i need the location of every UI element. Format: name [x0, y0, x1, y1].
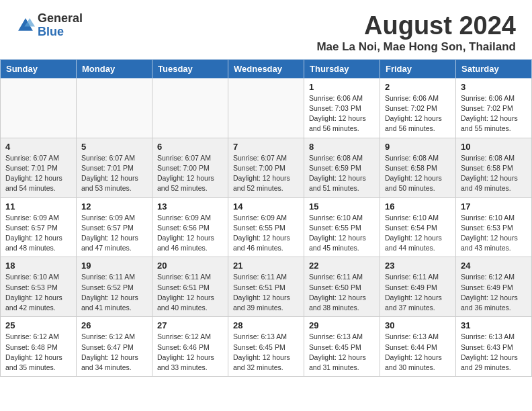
calendar-cell: 17Sunrise: 6:10 AM Sunset: 6:53 PM Dayli…: [456, 197, 532, 257]
title-block: August 2024 Mae La Noi, Mae Hong Son, Th…: [316, 12, 516, 54]
day-info: Sunrise: 6:08 AM Sunset: 6:58 PM Dayligh…: [461, 153, 527, 194]
calendar-week-1: 1Sunrise: 6:06 AM Sunset: 7:03 PM Daylig…: [1, 78, 532, 138]
weekday-header-wednesday: Wednesday: [228, 59, 304, 78]
day-info: Sunrise: 6:09 AM Sunset: 6:56 PM Dayligh…: [157, 213, 223, 254]
calendar-cell: 29Sunrise: 6:13 AM Sunset: 6:45 PM Dayli…: [304, 317, 380, 377]
calendar-table: SundayMondayTuesdayWednesdayThursdayFrid…: [0, 59, 532, 377]
day-number: 25: [5, 320, 71, 330]
day-info: Sunrise: 6:13 AM Sunset: 6:43 PM Dayligh…: [461, 332, 527, 373]
weekday-header-tuesday: Tuesday: [152, 59, 228, 78]
calendar-cell: 31Sunrise: 6:13 AM Sunset: 6:43 PM Dayli…: [456, 317, 532, 377]
day-info: Sunrise: 6:11 AM Sunset: 6:51 PM Dayligh…: [233, 272, 299, 313]
main-title: August 2024: [316, 12, 516, 40]
calendar-week-3: 11Sunrise: 6:09 AM Sunset: 6:57 PM Dayli…: [1, 197, 532, 257]
calendar-cell: 19Sunrise: 6:11 AM Sunset: 6:52 PM Dayli…: [77, 257, 152, 317]
calendar-cell: 9Sunrise: 6:08 AM Sunset: 6:58 PM Daylig…: [380, 138, 456, 197]
day-number: 17: [461, 201, 527, 212]
calendar-cell: 6Sunrise: 6:07 AM Sunset: 7:00 PM Daylig…: [152, 138, 228, 197]
day-info: Sunrise: 6:09 AM Sunset: 6:55 PM Dayligh…: [233, 213, 299, 254]
calendar-cell: 23Sunrise: 6:11 AM Sunset: 6:49 PM Dayli…: [380, 257, 456, 317]
weekday-header-thursday: Thursday: [304, 59, 380, 78]
calendar-cell: 24Sunrise: 6:12 AM Sunset: 6:49 PM Dayli…: [456, 257, 532, 317]
calendar-cell: [228, 78, 304, 138]
subtitle: Mae La Noi, Mae Hong Son, Thailand: [316, 40, 516, 54]
day-info: Sunrise: 6:13 AM Sunset: 6:45 PM Dayligh…: [309, 332, 375, 373]
day-info: Sunrise: 6:07 AM Sunset: 7:00 PM Dayligh…: [157, 153, 223, 194]
day-number: 15: [309, 201, 375, 212]
day-number: 16: [385, 201, 451, 212]
calendar-cell: 16Sunrise: 6:10 AM Sunset: 6:54 PM Dayli…: [380, 197, 456, 257]
calendar-cell: [1, 78, 77, 138]
day-number: 18: [5, 261, 71, 271]
day-number: 5: [81, 142, 147, 152]
calendar-cell: 11Sunrise: 6:09 AM Sunset: 6:57 PM Dayli…: [1, 197, 77, 257]
weekday-row: SundayMondayTuesdayWednesdayThursdayFrid…: [1, 59, 532, 78]
day-info: Sunrise: 6:11 AM Sunset: 6:49 PM Dayligh…: [385, 272, 451, 313]
calendar-cell: 22Sunrise: 6:11 AM Sunset: 6:50 PM Dayli…: [304, 257, 380, 317]
day-number: 11: [5, 201, 71, 212]
calendar-cell: 8Sunrise: 6:08 AM Sunset: 6:59 PM Daylig…: [304, 138, 380, 197]
day-number: 22: [309, 261, 375, 271]
day-info: Sunrise: 6:06 AM Sunset: 7:03 PM Dayligh…: [309, 93, 375, 134]
day-number: 14: [233, 201, 299, 212]
calendar-cell: 18Sunrise: 6:10 AM Sunset: 6:53 PM Dayli…: [1, 257, 77, 317]
calendar-cell: 10Sunrise: 6:08 AM Sunset: 6:58 PM Dayli…: [456, 138, 532, 197]
day-number: 7: [233, 142, 299, 152]
calendar-cell: 12Sunrise: 6:09 AM Sunset: 6:57 PM Dayli…: [77, 197, 152, 257]
day-info: Sunrise: 6:10 AM Sunset: 6:53 PM Dayligh…: [5, 272, 71, 313]
day-number: 27: [157, 320, 223, 330]
day-info: Sunrise: 6:08 AM Sunset: 6:59 PM Dayligh…: [309, 153, 375, 194]
calendar-week-4: 18Sunrise: 6:10 AM Sunset: 6:53 PM Dayli…: [1, 257, 532, 317]
day-info: Sunrise: 6:09 AM Sunset: 6:57 PM Dayligh…: [81, 213, 147, 254]
calendar-cell: 1Sunrise: 6:06 AM Sunset: 7:03 PM Daylig…: [304, 78, 380, 138]
day-number: 8: [309, 142, 375, 152]
calendar-cell: [152, 78, 228, 138]
day-number: 20: [157, 261, 223, 271]
calendar-cell: 14Sunrise: 6:09 AM Sunset: 6:55 PM Dayli…: [228, 197, 304, 257]
day-number: 4: [5, 142, 71, 152]
calendar-cell: 5Sunrise: 6:07 AM Sunset: 7:01 PM Daylig…: [77, 138, 152, 197]
day-info: Sunrise: 6:11 AM Sunset: 6:51 PM Dayligh…: [157, 272, 223, 313]
logo-blue-label: Blue: [38, 26, 83, 39]
weekday-header-friday: Friday: [380, 59, 456, 78]
calendar-cell: 26Sunrise: 6:12 AM Sunset: 6:47 PM Dayli…: [77, 317, 152, 377]
day-info: Sunrise: 6:07 AM Sunset: 7:01 PM Dayligh…: [5, 153, 71, 194]
day-info: Sunrise: 6:06 AM Sunset: 7:02 PM Dayligh…: [461, 93, 527, 134]
day-number: 2: [385, 82, 451, 92]
calendar-cell: 25Sunrise: 6:12 AM Sunset: 6:48 PM Dayli…: [1, 317, 77, 377]
day-info: Sunrise: 6:08 AM Sunset: 6:58 PM Dayligh…: [385, 153, 451, 194]
day-number: 30: [385, 320, 451, 330]
day-number: 12: [81, 201, 147, 212]
day-number: 19: [81, 261, 147, 271]
day-info: Sunrise: 6:10 AM Sunset: 6:55 PM Dayligh…: [309, 213, 375, 254]
day-info: Sunrise: 6:07 AM Sunset: 7:01 PM Dayligh…: [81, 153, 147, 194]
logo-icon: [16, 16, 35, 35]
calendar-cell: 3Sunrise: 6:06 AM Sunset: 7:02 PM Daylig…: [456, 78, 532, 138]
calendar-week-2: 4Sunrise: 6:07 AM Sunset: 7:01 PM Daylig…: [1, 138, 532, 197]
day-info: Sunrise: 6:12 AM Sunset: 6:47 PM Dayligh…: [81, 332, 147, 373]
day-number: 10: [461, 142, 527, 152]
day-number: 31: [461, 320, 527, 330]
calendar-cell: 4Sunrise: 6:07 AM Sunset: 7:01 PM Daylig…: [1, 138, 77, 197]
day-info: Sunrise: 6:12 AM Sunset: 6:46 PM Dayligh…: [157, 332, 223, 373]
day-info: Sunrise: 6:07 AM Sunset: 7:00 PM Dayligh…: [233, 153, 299, 194]
weekday-header-sunday: Sunday: [1, 59, 77, 78]
calendar-cell: 30Sunrise: 6:13 AM Sunset: 6:44 PM Dayli…: [380, 317, 456, 377]
day-info: Sunrise: 6:12 AM Sunset: 6:49 PM Dayligh…: [461, 272, 527, 313]
day-number: 29: [309, 320, 375, 330]
day-info: Sunrise: 6:10 AM Sunset: 6:53 PM Dayligh…: [461, 213, 527, 254]
day-info: Sunrise: 6:11 AM Sunset: 6:50 PM Dayligh…: [309, 272, 375, 313]
day-number: 13: [157, 201, 223, 212]
calendar-body: 1Sunrise: 6:06 AM Sunset: 7:03 PM Daylig…: [1, 78, 532, 376]
day-number: 6: [157, 142, 223, 152]
day-info: Sunrise: 6:11 AM Sunset: 6:52 PM Dayligh…: [81, 272, 147, 313]
calendar-cell: 27Sunrise: 6:12 AM Sunset: 6:46 PM Dayli…: [152, 317, 228, 377]
calendar-week-5: 25Sunrise: 6:12 AM Sunset: 6:48 PM Dayli…: [1, 317, 532, 377]
day-number: 9: [385, 142, 451, 152]
day-info: Sunrise: 6:13 AM Sunset: 6:44 PM Dayligh…: [385, 332, 451, 373]
calendar-cell: 15Sunrise: 6:10 AM Sunset: 6:55 PM Dayli…: [304, 197, 380, 257]
day-info: Sunrise: 6:06 AM Sunset: 7:02 PM Dayligh…: [385, 93, 451, 134]
day-number: 1: [309, 82, 375, 92]
day-number: 24: [461, 261, 527, 271]
calendar-header: SundayMondayTuesdayWednesdayThursdayFrid…: [1, 59, 532, 78]
